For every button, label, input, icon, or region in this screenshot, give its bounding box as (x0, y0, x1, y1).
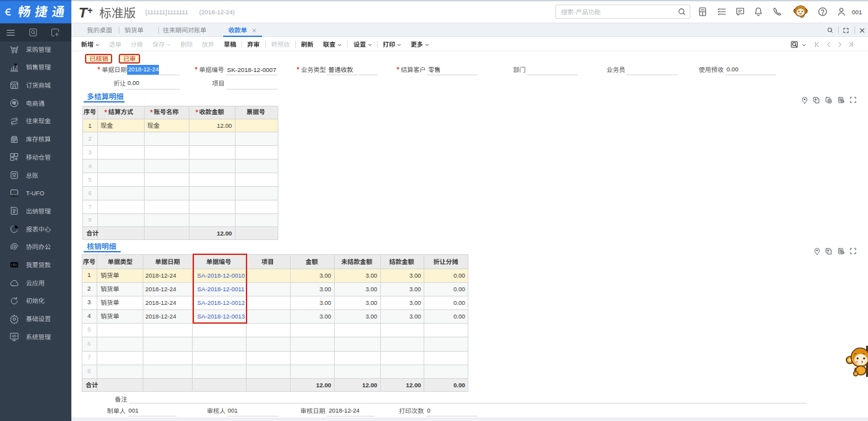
svg-text:UFO: UFO (11, 194, 18, 198)
